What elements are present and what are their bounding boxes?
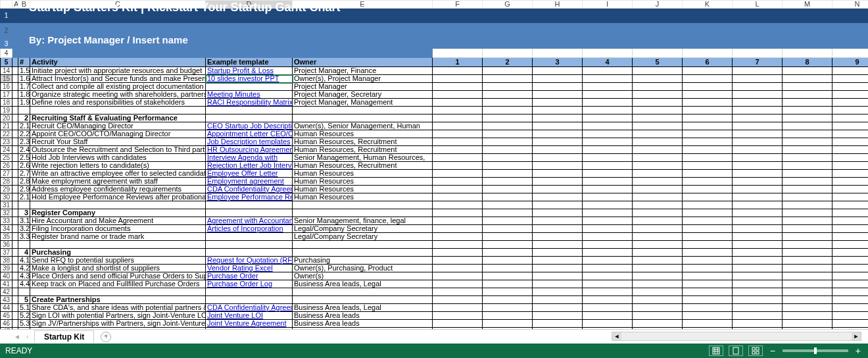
row-header[interactable]: 38 [1, 257, 12, 265]
row-header[interactable]: 40 [1, 272, 12, 280]
scroll-right-button[interactable]: ► [852, 332, 861, 340]
template-link[interactable]: 10 slides investor PPT [206, 75, 293, 83]
row-header[interactable]: 26 [1, 162, 12, 170]
template-link[interactable]: CDA Confidentiality Agreement [206, 304, 293, 312]
row-header[interactable]: 32 [1, 209, 12, 217]
row-header[interactable]: 31 [1, 201, 12, 209]
svg-rect-9 [756, 351, 759, 354]
row-header[interactable]: 2 [1, 23, 12, 39]
column-header-A[interactable]: A [12, 1, 18, 9]
template-link[interactable]: Employee Performance Review [206, 193, 293, 201]
row-header[interactable]: 27 [1, 170, 12, 178]
column-header-H[interactable]: H [533, 1, 583, 9]
template-link[interactable]: Appointment Letter CEO/C- [206, 130, 293, 138]
row-header[interactable]: 42 [1, 288, 12, 296]
row-header[interactable]: 5 [1, 58, 12, 67]
column-header-J[interactable]: J [633, 1, 683, 9]
row-header[interactable]: 43 [1, 296, 12, 304]
column-header-B[interactable]: B [18, 1, 30, 9]
row-header[interactable]: 35 [1, 233, 12, 241]
row-header[interactable]: 17 [1, 91, 12, 99]
row-header[interactable]: 28 [1, 178, 12, 186]
template-link[interactable]: Vendor Rating Excel [206, 265, 293, 272]
template-link[interactable]: Agreement with Accountant [206, 217, 293, 225]
template-link[interactable]: Interview Agenda with [206, 154, 293, 162]
template-link[interactable]: Startup Profit & Loss [206, 67, 293, 75]
template-link[interactable]: Purchase Order Log [206, 280, 293, 288]
template-link[interactable]: Job Description templates [206, 138, 293, 146]
zoom-slider[interactable] [783, 349, 848, 352]
svg-rect-5 [733, 347, 738, 354]
scroll-left-button[interactable]: ◄ [612, 332, 621, 340]
row-header[interactable]: 16 [1, 83, 12, 91]
row-header[interactable]: 19 [1, 107, 12, 115]
add-sheet-button[interactable]: + [101, 332, 111, 342]
svg-rect-6 [752, 347, 755, 350]
template-link[interactable]: HR Outsourcing Agreement [206, 146, 293, 154]
spreadsheet-grid[interactable]: Startup Starters Kit | Kickstart Your St… [0, 0, 868, 329]
zoom-in-button[interactable]: + [854, 345, 863, 356]
template-link[interactable]: Rejection Letter Job Interview [206, 162, 293, 170]
row-header[interactable]: 34 [1, 225, 12, 233]
column-header-K[interactable]: K [683, 1, 733, 9]
template-link[interactable]: Employee Offer Letter [206, 170, 293, 178]
row-header[interactable]: 15 [1, 75, 12, 83]
row-header[interactable]: 23 [1, 138, 12, 146]
row-header[interactable]: 25 [1, 154, 12, 162]
row-header[interactable]: 1 [1, 9, 12, 23]
row-header[interactable]: 18 [1, 99, 12, 107]
view-page-break-button[interactable] [748, 345, 763, 356]
template-link [206, 83, 293, 91]
row-header[interactable]: 39 [1, 265, 12, 272]
horizontal-scrollbar[interactable]: ◄ ► [612, 332, 861, 341]
template-link[interactable]: Joint Venture Agreement [206, 320, 293, 328]
column-header-G[interactable]: G [483, 1, 533, 9]
row-header[interactable]: 4 [1, 49, 12, 58]
row-header[interactable]: 3 [1, 39, 12, 49]
row-header[interactable]: 20 [1, 115, 12, 122]
tab-nav-prev[interactable]: ‹ [24, 333, 32, 341]
template-link [206, 233, 293, 241]
column-header-M[interactable]: M [783, 1, 832, 9]
row-header[interactable]: 24 [1, 146, 12, 154]
row-header[interactable]: 36 [1, 241, 12, 249]
sheet-tab-active[interactable]: Startup Kit [34, 330, 94, 343]
column-header-N[interactable]: N [832, 1, 869, 9]
row-header[interactable]: 29 [1, 186, 12, 193]
row-header[interactable]: 14 [1, 67, 12, 75]
row-header[interactable]: 33 [1, 217, 12, 225]
template-link[interactable]: Meeting Minutes [206, 91, 293, 99]
row-header[interactable]: 30 [1, 193, 12, 201]
row-header[interactable]: 46 [1, 320, 12, 328]
svg-rect-7 [756, 347, 759, 350]
row-header[interactable]: 22 [1, 130, 12, 138]
svg-rect-0 [713, 347, 719, 354]
row-header[interactable]: 45 [1, 312, 12, 320]
row-header[interactable]: 41 [1, 280, 12, 288]
sheet-tab-strip[interactable]: ◄ ‹ Startup Kit + ◄ ► [0, 329, 868, 344]
template-link[interactable]: Joint Venture LOI [206, 312, 293, 320]
zoom-out-button[interactable]: − [768, 345, 777, 356]
column-header-F[interactable]: F [433, 1, 483, 9]
template-link[interactable]: RACI Responsibility Matrix [206, 99, 293, 107]
template-link[interactable]: Purchase Order [206, 272, 293, 280]
view-normal-button[interactable] [709, 345, 723, 356]
view-page-layout-button[interactable] [729, 345, 743, 356]
tab-nav-first[interactable]: ◄ [13, 333, 21, 341]
row-header[interactable]: 21 [1, 122, 12, 130]
template-link[interactable]: CDA Confidentiality Agreement [206, 186, 293, 193]
column-header-C[interactable]: C [30, 1, 206, 9]
status-text: READY [5, 346, 32, 355]
template-link[interactable]: CEO Startup Job Description [206, 122, 293, 130]
column-header-D[interactable]: D [206, 1, 293, 9]
template-link[interactable]: Request for Quotation (RFQ) [206, 257, 293, 265]
column-header-I[interactable]: I [583, 1, 633, 9]
status-bar: READY − + [0, 344, 868, 358]
template-link[interactable]: Employment agreement [206, 178, 293, 186]
row-header[interactable]: 37 [1, 249, 12, 257]
template-link[interactable]: Articles of Incorporation [206, 225, 293, 233]
column-header-L[interactable]: L [733, 1, 783, 9]
column-header-E[interactable]: E [293, 1, 433, 9]
row-header[interactable]: 44 [1, 304, 12, 312]
svg-rect-8 [752, 351, 755, 354]
